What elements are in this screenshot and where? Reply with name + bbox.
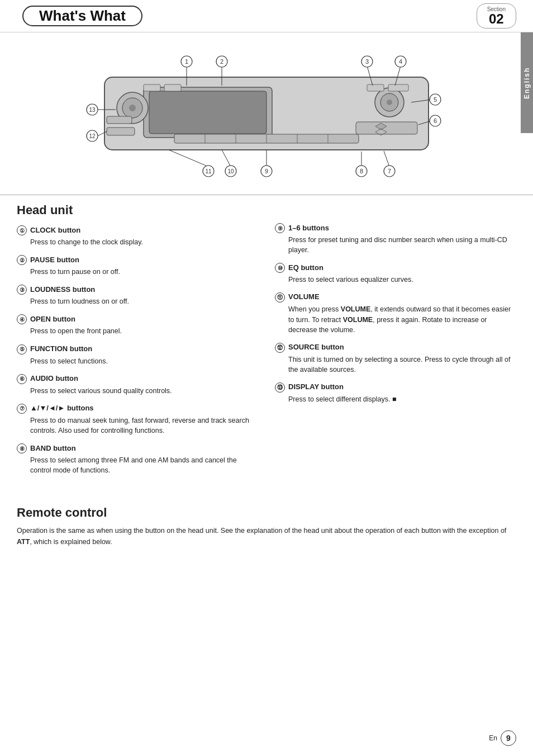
svg-text:6: 6 <box>434 117 437 124</box>
svg-text:7: 7 <box>388 168 391 174</box>
svg-rect-9 <box>356 122 417 134</box>
svg-text:2: 2 <box>220 58 223 65</box>
item-11-title: ⑪ VOLUME <box>275 292 516 303</box>
item-6-title: ⑥ AUDIO button <box>17 374 258 384</box>
item-3: ③ LOUDNESS button Press to turn loudness… <box>17 285 258 306</box>
svg-line-51 <box>222 150 231 167</box>
item-11-body: When you press VOLUME, it extends outwar… <box>275 304 516 334</box>
item-12-num: ⑫ <box>275 343 285 353</box>
item-8: ⑧ BAND button Press to select among thre… <box>17 443 258 475</box>
item-10-label: EQ button <box>288 263 323 272</box>
svg-text:11: 11 <box>205 168 212 174</box>
item-12-title: ⑫ SOURCE button <box>275 343 516 353</box>
head-unit-heading: Head unit <box>17 203 258 218</box>
item-2-num: ② <box>17 255 27 265</box>
item-5-title: ⑤ FUNCTION button <box>17 344 258 355</box>
item-12: ⑫ SOURCE button This unit is turned on b… <box>275 343 516 375</box>
svg-rect-2 <box>149 91 266 134</box>
item-3-label: LOUDNESS button <box>30 285 95 294</box>
svg-rect-21 <box>107 116 132 124</box>
item-8-num: ⑧ <box>17 443 27 453</box>
item-11-num: ⑪ <box>275 292 285 303</box>
page-number: 9 <box>501 730 516 746</box>
english-tab: English <box>521 32 533 133</box>
item-7-num: ⑦ <box>17 404 27 414</box>
item-12-body: This unit is turned on by selecting a so… <box>275 355 516 375</box>
item-6-label: AUDIO button <box>30 374 78 382</box>
svg-text:5: 5 <box>434 96 437 103</box>
section-area: Section 02 <box>454 0 522 32</box>
svg-text:4: 4 <box>399 58 402 65</box>
svg-text:13: 13 <box>89 107 96 113</box>
item-2-title: ② PAUSE button <box>17 255 258 265</box>
item-2-body: Press to turn pause on or off. <box>17 267 258 277</box>
item-7-title: ⑦ ▲/▼/◄/► buttons <box>17 404 258 414</box>
right-column: ⑨ 1–6 buttons Press for preset tuning an… <box>275 201 516 483</box>
remote-control-heading: Remote control <box>17 505 516 520</box>
svg-rect-18 <box>367 84 384 91</box>
item-9-title: ⑨ 1–6 buttons <box>275 223 516 233</box>
svg-point-8 <box>387 100 392 105</box>
content-area: Head unit ① CLOCK button Press to change… <box>0 195 533 494</box>
item-10-num: ⑩ <box>275 263 285 273</box>
item-9-label: 1–6 buttons <box>288 224 329 232</box>
head-unit-diagram: 1 2 3 4 5 6 7 8 9 10 <box>71 49 462 183</box>
section-box: Section 02 <box>477 3 516 29</box>
item-8-label: BAND button <box>30 444 76 452</box>
item-9: ⑨ 1–6 buttons Press for preset tuning an… <box>275 223 516 255</box>
item-11: ⑪ VOLUME When you press VOLUME, it exten… <box>275 292 516 334</box>
item-9-num: ⑨ <box>275 223 285 233</box>
page-lang: En <box>489 734 497 742</box>
item-12-label: SOURCE button <box>288 343 344 351</box>
item-1-title: ① CLOCK button <box>17 225 258 235</box>
item-3-body: Press to turn loudness on or off. <box>17 296 258 306</box>
svg-line-42 <box>384 151 389 167</box>
item-13-num: ⑬ <box>275 382 285 393</box>
item-6: ⑥ AUDIO button Press to select various s… <box>17 374 258 396</box>
svg-text:12: 12 <box>89 133 96 139</box>
item-3-title: ③ LOUDNESS button <box>17 285 258 295</box>
remote-control-body: Operation is the same as when using the … <box>17 526 516 547</box>
item-7: ⑦ ▲/▼/◄/► buttons Press to do manual see… <box>17 404 258 436</box>
item-11-label: VOLUME <box>288 292 320 301</box>
item-6-num: ⑥ <box>17 374 27 384</box>
item-13-label: DISPLAY button <box>288 382 344 391</box>
item-10-title: ⑩ EQ button <box>275 263 516 273</box>
item-8-title: ⑧ BAND button <box>17 443 258 453</box>
svg-line-54 <box>169 150 208 167</box>
item-1-body: Press to change to the clock display. <box>17 237 258 247</box>
item-5-body: Press to select functions. <box>17 356 258 366</box>
item-10-body: Press to select various equalizer curves… <box>275 275 516 285</box>
item-1-num: ① <box>17 225 27 235</box>
item-1: ① CLOCK button Press to change to the cl… <box>17 225 258 247</box>
item-8-body: Press to select among three FM and one A… <box>17 455 258 475</box>
svg-point-5 <box>129 105 136 111</box>
svg-text:3: 3 <box>365 58 369 65</box>
item-5-label: FUNCTION button <box>30 344 92 353</box>
item-13-title: ⑬ DISPLAY button <box>275 382 516 393</box>
diagram-area: 1 2 3 4 5 6 7 8 9 10 <box>0 32 533 195</box>
svg-text:8: 8 <box>360 168 363 174</box>
item-13: ⑬ DISPLAY button Press to select differe… <box>275 382 516 404</box>
svg-text:9: 9 <box>265 168 268 174</box>
item-3-num: ③ <box>17 285 27 295</box>
svg-text:1: 1 <box>185 58 188 65</box>
svg-text:10: 10 <box>227 168 234 174</box>
item-13-body: Press to select different displays. ■ <box>275 394 516 404</box>
item-9-body: Press for preset tuning and disc number … <box>275 235 516 255</box>
item-10: ⑩ EQ button Press to select various equa… <box>275 263 516 285</box>
item-2-label: PAUSE button <box>30 256 79 264</box>
left-column: Head unit ① CLOCK button Press to change… <box>17 201 258 483</box>
item-4: ④ OPEN button Press to open the front pa… <box>17 314 258 336</box>
item-6-body: Press to select various sound quality co… <box>17 386 258 396</box>
item-1-label: CLOCK button <box>30 226 80 234</box>
item-2: ② PAUSE button Press to turn pause on or… <box>17 255 258 277</box>
item-5-num: ⑤ <box>17 344 27 355</box>
top-header: What's What Section 02 <box>0 0 533 32</box>
remote-control-section: Remote control Operation is the same as … <box>0 494 533 564</box>
item-4-label: OPEN button <box>30 315 75 323</box>
title-box: What's What <box>22 6 142 26</box>
section-number: 02 <box>489 12 504 26</box>
item-4-title: ④ OPEN button <box>17 314 258 324</box>
svg-rect-20 <box>107 127 135 135</box>
